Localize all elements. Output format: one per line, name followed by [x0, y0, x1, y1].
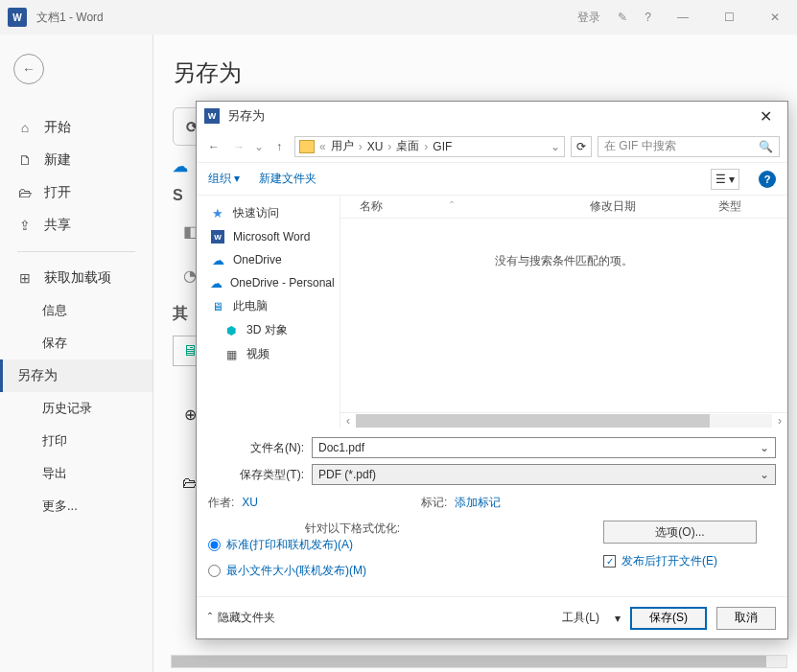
login-link[interactable]: 登录 — [577, 10, 600, 26]
breadcrumb[interactable]: « 用户› XU› 桌面› GIF ⌄ — [294, 136, 565, 157]
cancel-button[interactable]: 取消 — [716, 607, 776, 630]
word-icon: W — [210, 229, 225, 244]
breadcrumb-item[interactable]: GIF — [433, 140, 452, 153]
nav-open[interactable]: 🗁打开 — [0, 176, 152, 209]
addons-icon: ⊞ — [17, 270, 33, 286]
save-button[interactable]: 保存(S) — [630, 607, 707, 630]
tree-onedrive-personal[interactable]: ☁OneDrive - Personal — [197, 271, 340, 294]
minimize-button[interactable]: — — [668, 11, 697, 24]
nav-start[interactable]: ⌂开始 — [0, 111, 152, 144]
pc-icon: 🖥 — [210, 299, 225, 314]
file-name-label: 文件名(N): — [208, 440, 304, 456]
nav-save[interactable]: 保存 — [0, 327, 152, 359]
tags-label: 标记: — [421, 496, 447, 509]
nav-more[interactable]: 更多... — [0, 490, 152, 522]
dialog-title: 另存为 — [227, 107, 751, 125]
breadcrumb-folder-icon — [299, 140, 315, 153]
new-doc-icon: 🗋 — [17, 152, 33, 168]
empty-results-message: 没有与搜索条件匹配的项。 — [340, 219, 787, 412]
file-list-header[interactable]: 名称ˆ 修改日期 类型 — [340, 196, 787, 219]
file-name-input[interactable]: Doc1.pdf — [312, 437, 776, 458]
dialog-close-button[interactable]: ✕ — [751, 107, 780, 126]
view-mode-button[interactable]: ☰ ▾ — [711, 169, 739, 190]
app-titlebar: W 文档1 - Word 登录 ✎ ? — ☐ ✕ — [0, 0, 797, 35]
word-app-icon: W — [8, 8, 27, 27]
chevron-up-icon: ˆ — [208, 612, 212, 625]
back-button[interactable]: ← — [13, 54, 44, 84]
cloud-icon: ☁ — [210, 275, 223, 290]
page-title: 另存为 — [163, 58, 797, 88]
radio-standard[interactable]: 标准(打印和联机发布)(A) — [208, 537, 400, 553]
tree-quick-access[interactable]: ★快速访问 — [197, 201, 340, 225]
nav-history[interactable]: 历史记录 — [0, 392, 152, 425]
tags-value[interactable]: 添加标记 — [455, 496, 501, 509]
cube-icon: ⬢ — [223, 323, 239, 338]
backstage-nav: ← ⌂开始 🗋新建 🗁打开 ⇪共享 ⊞获取加载项 信息 保存 另存为 历史记录 … — [0, 35, 153, 672]
author-label: 作者: — [208, 496, 234, 509]
nav-save-as[interactable]: 另存为 — [0, 359, 152, 392]
tree-3d-objects[interactable]: ⬢3D 对象 — [197, 318, 340, 342]
inking-icon[interactable]: ✎ — [618, 11, 627, 24]
tree-this-pc[interactable]: 🖥此电脑 — [197, 294, 340, 318]
tree-word[interactable]: WMicrosoft Word — [197, 225, 340, 248]
search-icon: 🔍 — [759, 140, 773, 153]
open-folder-icon: 🗁 — [17, 185, 33, 200]
cloud-icon: ☁ — [210, 252, 225, 267]
star-icon: ★ — [210, 206, 225, 221]
file-list-hscroll[interactable]: ‹› — [340, 412, 787, 428]
folder-tree: ★快速访问 WMicrosoft Word ☁OneDrive ☁OneDriv… — [197, 196, 340, 428]
optimize-label: 针对以下格式优化: — [208, 521, 400, 537]
save-as-dialog: W 另存为 ✕ ← → ⌄ ↑ « 用户› XU› 桌面› GIF ⌄ ⟳ 在 … — [196, 101, 788, 639]
open-after-checkbox[interactable]: ✓ 发布后打开文件(E) — [603, 553, 776, 569]
column-type[interactable]: 类型 — [718, 198, 787, 215]
home-icon: ⌂ — [17, 120, 33, 135]
tools-menu[interactable]: 工具(L)▾ — [562, 610, 621, 626]
nav-share[interactable]: ⇪共享 — [0, 209, 152, 242]
new-folder-button[interactable]: 新建文件夹 — [259, 171, 316, 187]
breadcrumb-item[interactable]: XU — [367, 140, 384, 153]
help-hint-icon[interactable]: ? — [645, 11, 651, 24]
nav-forward-button[interactable]: → — [229, 140, 248, 153]
breadcrumb-item[interactable]: 桌面 — [396, 138, 419, 154]
radio-minimum[interactable]: 最小文件大小(联机发布)(M) — [208, 563, 400, 579]
tree-onedrive[interactable]: ☁OneDrive — [197, 248, 340, 271]
share-header-partial: S — [173, 187, 183, 204]
film-icon: ▦ — [223, 347, 239, 362]
other-header-partial: 其 — [173, 304, 188, 324]
tree-video[interactable]: ▦视频 — [197, 342, 340, 366]
author-value[interactable]: XU — [242, 496, 258, 509]
share-icon: ⇪ — [17, 218, 33, 233]
file-type-label: 保存类型(T): — [208, 467, 304, 483]
dialog-help-button[interactable]: ? — [759, 171, 776, 188]
sort-indicator-icon: ˆ — [450, 200, 454, 214]
organize-menu[interactable]: 组织 ▾ — [208, 171, 240, 187]
nav-history-dropdown[interactable]: ⌄ — [254, 140, 264, 153]
options-button[interactable]: 选项(O)... — [603, 521, 757, 544]
column-date[interactable]: 修改日期 — [590, 198, 718, 215]
window-title: 文档1 - Word — [36, 10, 577, 26]
close-window-button[interactable]: ✕ — [761, 11, 789, 24]
file-type-dropdown[interactable]: PDF (*.pdf) — [312, 464, 776, 485]
nav-back-button[interactable]: ← — [204, 140, 223, 153]
nav-print[interactable]: 打印 — [0, 425, 152, 457]
maximize-button[interactable]: ☐ — [715, 11, 743, 24]
refresh-button[interactable]: ⟳ — [571, 136, 592, 157]
nav-info[interactable]: 信息 — [0, 294, 152, 327]
nav-up-button[interactable]: ↑ — [270, 140, 289, 153]
column-name[interactable]: 名称 — [360, 198, 383, 215]
hide-folders-toggle[interactable]: ˆ隐藏文件夹 — [208, 610, 275, 626]
nav-addons[interactable]: ⊞获取加载项 — [0, 262, 152, 294]
dialog-word-icon: W — [204, 108, 220, 124]
breadcrumb-item[interactable]: 用户 — [331, 138, 354, 154]
nav-export[interactable]: 导出 — [0, 457, 152, 490]
horizontal-scrollbar[interactable] — [171, 655, 787, 668]
nav-new[interactable]: 🗋新建 — [0, 144, 152, 176]
search-input[interactable]: 在 GIF 中搜索 🔍 — [598, 136, 780, 157]
